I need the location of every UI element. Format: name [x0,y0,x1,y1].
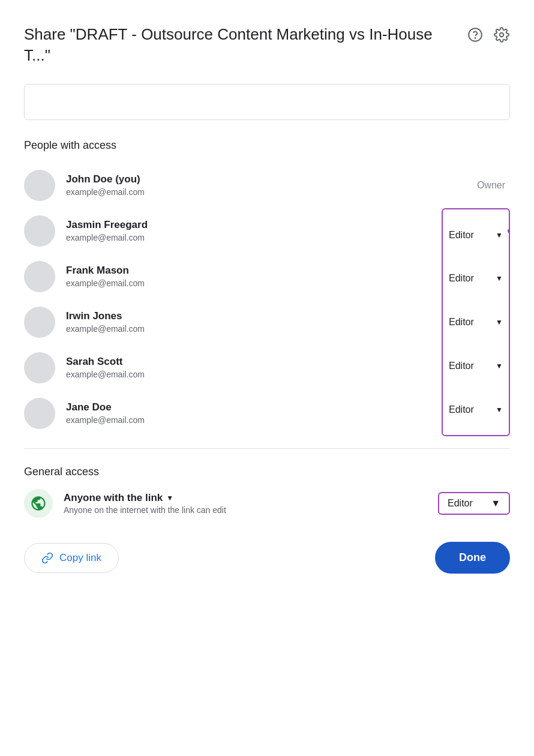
editor-label-frank: Editor [449,273,474,284]
chevron-down-icon-jasmin: ▼ [496,231,503,239]
editor-label-irwin: Editor [449,317,474,328]
header-icons [467,26,510,43]
editor-label-sarah: Editor [449,361,474,371]
people-rows-wrapper: John Doe (you) example@email.com Owner J… [24,163,510,436]
general-access-title: General access [24,466,510,478]
dialog-footer: Copy link Done [24,542,510,574]
section-divider [24,448,510,449]
general-access-row: Anyone with the link ▼ Anyone on the int… [24,489,510,518]
link-icon [41,552,53,564]
general-access-desc: Anyone on the internet with the link can… [64,505,438,515]
editor-dropdown-jane[interactable]: Editor ▼ [443,401,509,419]
avatar-frank [24,261,55,292]
person-name-john-doe: John Doe (you) [66,172,477,187]
chevron-down-icon-sarah: ▼ [496,362,503,370]
chevron-down-icon-jane: ▼ [496,406,503,414]
general-access-link-title[interactable]: Anyone with the link ▼ [64,492,438,504]
editor-dropdown-irwin[interactable]: Editor ▼ [443,313,509,331]
person-row-owner: John Doe (you) example@email.com Owner [24,163,510,208]
avatar-jane [24,398,55,429]
editor-dropdown-frank[interactable]: Editor ▼ [443,269,509,287]
general-access-link-label: Anyone with the link [64,492,163,504]
general-access-role-label: Editor [448,498,473,509]
svg-point-2 [500,33,504,37]
general-access-info: Anyone with the link ▼ Anyone on the int… [64,492,438,515]
chevron-down-icon-access: ▼ [166,494,173,502]
dialog-title: Share "DRAFT - Outsource Content Marketi… [24,24,444,66]
globe-icon [30,495,47,512]
editor-label-jane: Editor [449,404,474,415]
avatar-sarah [24,352,55,383]
avatar-john-doe [24,170,55,201]
owner-label: Owner [477,180,510,191]
avatar-irwin [24,307,55,338]
person-row-sarah: Sarah Scott example@email.com [24,345,510,391]
people-with-access-section: People with access John Doe (you) exampl… [24,139,510,436]
done-label: Done [459,551,486,563]
done-button[interactable]: Done [435,542,510,574]
people-with-access-title: People with access [24,139,510,152]
settings-icon[interactable] [493,26,510,43]
person-row-frank: Frank Mason example@email.com [24,254,510,299]
chevron-down-icon-frank: ▼ [496,274,503,283]
share-search-input[interactable] [24,84,510,120]
chevron-down-icon-general: ▼ [491,498,500,509]
globe-icon-container [24,489,53,518]
dialog-header: Share "DRAFT - Outsource Content Marketi… [24,24,510,66]
share-dialog: Share "DRAFT - Outsource Content Marketi… [0,0,534,756]
role-owner: Owner [477,180,510,191]
person-info-john-doe: John Doe (you) example@email.com [66,172,477,198]
copy-link-label: Copy link [59,552,101,564]
copy-link-button[interactable]: Copy link [24,543,119,573]
person-row-irwin: Irwin Jones example@email.com [24,299,510,345]
editor-dropdown-sarah[interactable]: Editor ▼ [443,357,509,375]
help-icon[interactable] [467,26,484,43]
avatar-jasmin [24,215,55,247]
general-access-section: General access Anyone with the link ▼ An… [24,466,510,518]
person-email-john-doe: example@email.com [66,187,477,199]
person-row-jane: Jane Doe example@email.com [24,391,510,436]
person-row-jasmin: Jasmin Freegard example@email.com [24,208,510,254]
general-access-editor-dropdown[interactable]: Editor ▼ [438,492,510,515]
editor-dropdown-jasmin[interactable]: Editor ▼ [443,226,509,244]
chevron-down-icon-irwin: ▼ [496,318,503,326]
editor-label-jasmin: Editor [449,230,474,241]
svg-point-0 [469,28,482,41]
